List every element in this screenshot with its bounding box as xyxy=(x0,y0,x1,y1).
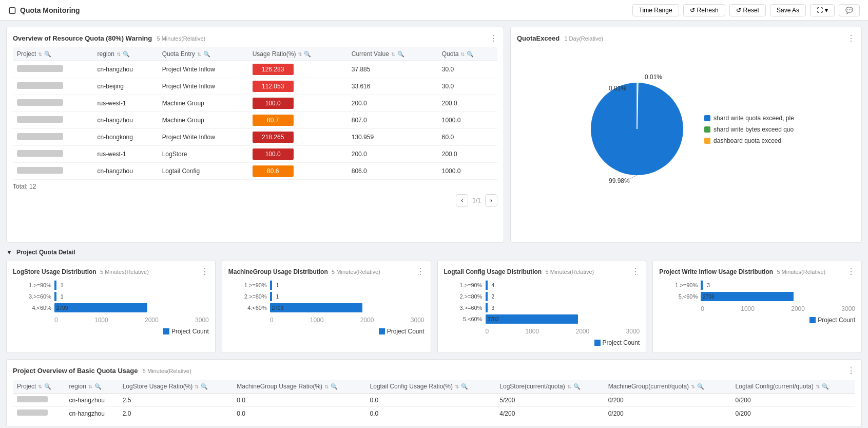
legend-label-blue: shard write quota exceed, ple xyxy=(713,115,794,122)
chart-more-icon[interactable]: ⋮ xyxy=(201,267,209,276)
filter-icon[interactable]: 🔍 xyxy=(331,383,338,390)
filter-icon[interactable]: 🔍 xyxy=(467,51,474,58)
sort-icon[interactable]: ⇅ xyxy=(460,51,465,57)
current-value-cell: 200.0 xyxy=(348,146,438,163)
next-page-button[interactable]: › xyxy=(485,194,497,207)
main-content: Overview of Resource Quota (80%) Warning… xyxy=(0,21,868,428)
sort-icon[interactable]: ⇅ xyxy=(691,384,695,389)
sort-icon[interactable]: ⇅ xyxy=(455,384,459,389)
bar-fill-small xyxy=(701,281,703,290)
filter-icon[interactable]: 🔍 xyxy=(44,383,51,390)
quota-entry-cell: Logtail Config xyxy=(158,163,248,180)
chart-legend: shard write quota exceed, ple shard writ… xyxy=(704,115,794,144)
overview-more-icon[interactable]: ⋮ xyxy=(489,33,497,43)
bottom-panel-header: Project Overview of Basic Quota Usage 5 … xyxy=(13,366,855,376)
bar-row: 1.>=90% 3 xyxy=(659,281,855,290)
bottom-more-icon[interactable]: ⋮ xyxy=(847,366,855,376)
overview-panel-header: Overview of Resource Quota (80%) Warning… xyxy=(13,33,497,43)
filter-icon[interactable]: 🔍 xyxy=(201,383,208,390)
filter-icon[interactable]: 🔍 xyxy=(304,51,311,58)
bottom-title-group: Project Overview of Basic Quota Usage 5 … xyxy=(13,367,191,375)
quota-entry-cell: Project Write Inflow xyxy=(158,61,248,78)
chart-more-icon[interactable]: ⋮ xyxy=(847,267,855,276)
prev-page-button[interactable]: ‹ xyxy=(456,194,468,207)
bar-label: 2.>=80% xyxy=(444,293,483,300)
table-row: rus-west-1Machine Group100.0200.0200.0 xyxy=(13,95,497,112)
sort-icon[interactable]: ⇅ xyxy=(117,51,121,57)
project-cell xyxy=(13,61,93,78)
sort-icon[interactable]: ⇅ xyxy=(197,51,201,57)
region-cell: cn-hangzhou xyxy=(93,112,158,129)
quota-cell: 200.0 xyxy=(438,146,497,163)
legend-dot-blue xyxy=(379,328,385,334)
clock-icon: ▢ xyxy=(8,5,16,15)
time-range-button[interactable]: Time Range xyxy=(632,4,679,16)
sort-icon[interactable]: ⇅ xyxy=(38,384,42,389)
bar-value: 2 xyxy=(492,294,495,300)
bar-row: 1.>=90% 1 xyxy=(13,281,209,290)
sort-icon[interactable]: ⇅ xyxy=(324,384,329,389)
bar-track: 2709 xyxy=(54,303,209,312)
quota-entry-cell: LogStore xyxy=(158,146,248,163)
filter-icon[interactable]: 🔍 xyxy=(697,383,704,390)
bar-label: 4.<60% xyxy=(13,305,51,311)
chat-button[interactable]: 💬 xyxy=(839,4,860,16)
sort-icon[interactable]: ⇅ xyxy=(298,51,302,57)
refresh-button[interactable]: ↺ Refresh xyxy=(683,4,725,16)
chat-icon: 💬 xyxy=(845,7,853,14)
bar-track: 1 xyxy=(54,281,209,290)
collapse-icon: ▼ xyxy=(6,249,12,256)
top-bar: ▢ Quota Monitoring Time Range ↺ Refresh … xyxy=(0,0,868,21)
bar-fill-small xyxy=(54,292,56,301)
quota-exceed-more-icon[interactable]: ⋮ xyxy=(847,33,855,43)
sort-icon[interactable]: ⇅ xyxy=(816,384,820,389)
quota-cell: 200.0 xyxy=(438,95,497,112)
col-quota: Quota⇅🔍 xyxy=(438,47,497,61)
sort-icon[interactable]: ⇅ xyxy=(567,384,571,389)
machinegroup-cq-cell: 0/200 xyxy=(604,394,731,407)
col-region: region⇅🔍 xyxy=(93,47,158,61)
bar-chart: 1.>=90% 3 5.<60% 2708 010 xyxy=(659,281,855,312)
bottom-panel-title: Project Overview of Basic Quota Usage xyxy=(13,367,138,375)
bar-value: 2708 xyxy=(703,294,714,300)
table-row: rus-west-1LogStore100.0200.0200.0 xyxy=(13,146,497,163)
section-header[interactable]: ▼ Project Quota Detail xyxy=(6,249,862,256)
reset-button[interactable]: ↺ Reset xyxy=(729,4,766,16)
filter-icon[interactable]: 🔍 xyxy=(203,51,210,58)
bar-label: 5.<60% xyxy=(659,293,698,300)
legend-dot-blue xyxy=(163,328,169,334)
region-cell: cn-hangzhou xyxy=(93,61,158,78)
project-cell xyxy=(13,146,93,163)
sort-icon[interactable]: ⇅ xyxy=(38,51,42,57)
save-as-button[interactable]: Save As xyxy=(770,4,806,16)
table-row: cn-beijingProject Write Inflow112.05333.… xyxy=(13,78,497,95)
filter-icon[interactable]: 🔍 xyxy=(822,383,829,390)
bar-fill-small xyxy=(486,292,488,301)
filter-icon[interactable]: 🔍 xyxy=(94,383,102,390)
sort-icon[interactable]: ⇅ xyxy=(88,384,92,389)
filter-icon[interactable]: 🔍 xyxy=(461,383,468,390)
project-cell xyxy=(13,129,93,146)
bar-value: 2709 xyxy=(56,305,68,311)
bar-row: 4.<60% 2709 xyxy=(228,303,425,312)
filter-icon[interactable]: 🔍 xyxy=(397,51,404,58)
sort-icon[interactable]: ⇅ xyxy=(195,384,199,389)
quota-cell: 30.0 xyxy=(438,78,497,95)
bottom-panel: Project Overview of Basic Quota Usage 5 … xyxy=(6,359,862,427)
filter-icon[interactable]: 🔍 xyxy=(573,383,581,390)
svg-text:0.01%: 0.01% xyxy=(645,73,662,81)
sort-icon[interactable]: ⇅ xyxy=(391,51,395,57)
chart-more-icon[interactable]: ⋮ xyxy=(631,267,640,276)
usage-ratio-cell: 100.0 xyxy=(248,146,348,163)
filter-icon[interactable]: 🔍 xyxy=(123,51,130,58)
expand-icon: ⛶ xyxy=(817,7,823,14)
bt-col-logtail-cq: Logtail Config(current/quota)⇅🔍 xyxy=(731,380,855,394)
bar-value: 1 xyxy=(276,294,279,300)
region-cell: cn-hangzhou xyxy=(65,407,119,420)
expand-button[interactable]: ⛶ ▾ xyxy=(810,4,835,16)
legend-color-green xyxy=(704,126,710,133)
current-value-cell: 130.959 xyxy=(348,129,438,146)
chart-more-icon[interactable]: ⋮ xyxy=(416,267,425,276)
logstore-cq-cell: 4/200 xyxy=(495,407,604,420)
filter-icon[interactable]: 🔍 xyxy=(44,51,51,58)
